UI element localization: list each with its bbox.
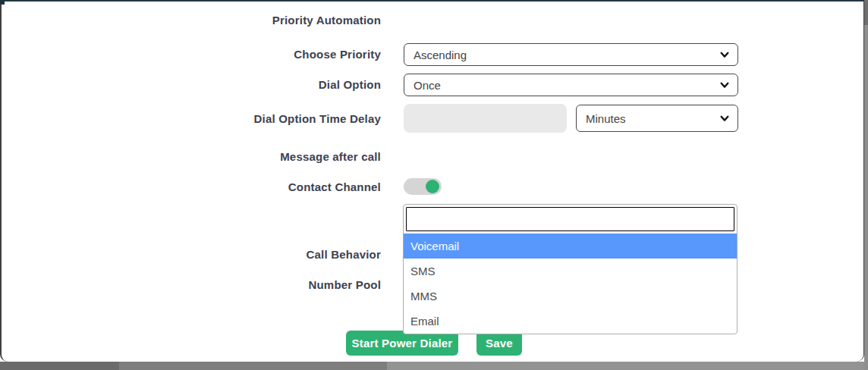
dropdown-option-voicemail[interactable]: Voicemail — [404, 234, 737, 259]
dial-option-label: Dial Option — [2, 78, 381, 91]
choose-priority-select[interactable]: Ascending — [404, 43, 738, 66]
priority-automation-panel: Priority Automation Choose Priority Dial… — [0, 0, 864, 362]
choose-priority-value: Ascending — [414, 49, 467, 61]
dial-option-time-delay-label: Dial Option Time Delay — [2, 112, 381, 125]
chevron-down-icon — [719, 49, 730, 60]
dropdown-search-input[interactable] — [406, 207, 734, 231]
contact-channel-label: Contact Channel — [2, 180, 381, 193]
dial-option-time-delay-input[interactable] — [404, 104, 567, 133]
chevron-down-icon — [719, 80, 730, 90]
time-delay-unit-value: Minutes — [586, 112, 626, 125]
horizontal-scrollbar-thumb-dark — [0, 362, 119, 370]
number-pool-label: Number Pool — [2, 278, 381, 291]
dial-option-value: Once — [414, 79, 441, 92]
horizontal-scrollbar-thumb[interactable] — [0, 362, 387, 370]
vertical-scrollbar-thumb[interactable] — [864, 0, 868, 25]
toggle-knob — [426, 180, 439, 193]
corner-accent — [0, 0, 5, 5]
horizontal-scrollbar[interactable] — [0, 362, 868, 370]
chevron-down-icon — [719, 113, 730, 124]
dropdown-option-sms[interactable]: SMS — [404, 259, 737, 284]
contact-channel-dropdown: Voicemail SMS MMS Email — [403, 204, 737, 334]
vertical-scrollbar[interactable] — [864, 0, 868, 370]
call-behavior-label: Call Behavior — [2, 248, 381, 261]
time-delay-unit-select[interactable]: Minutes — [576, 105, 738, 132]
dropdown-option-mms[interactable]: MMS — [404, 284, 737, 309]
contact-channel-toggle[interactable] — [404, 178, 442, 195]
section-title: Priority Automation — [2, 14, 381, 27]
dropdown-option-email[interactable]: Email — [404, 309, 737, 334]
dial-option-select[interactable]: Once — [404, 74, 738, 96]
message-after-call-label: Message after call — [2, 150, 381, 163]
choose-priority-label: Choose Priority — [2, 48, 381, 61]
